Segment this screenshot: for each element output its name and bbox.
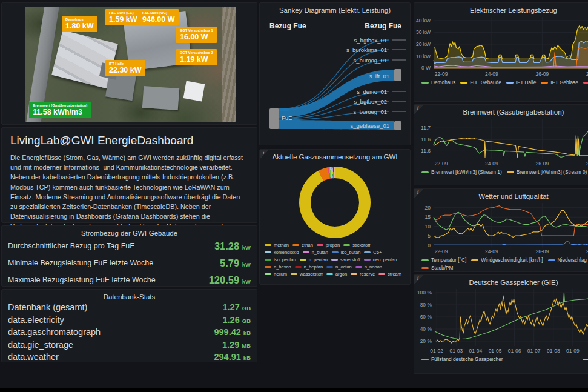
sankey-diagram[interactable]: Bezug Fue Bezug Fue s_bgtbox_01s_burokli… bbox=[260, 15, 410, 144]
overlay-label: BGT Versuchsbox 1 bbox=[180, 28, 213, 33]
legend-item[interactable]: n_butan bbox=[303, 250, 328, 255]
panel-info-icon[interactable]: i bbox=[414, 275, 424, 285]
legend-item[interactable]: n_heptan bbox=[295, 264, 323, 270]
row-value: 5.79 kW bbox=[220, 257, 251, 269]
legend-item[interactable]: propan bbox=[317, 242, 340, 248]
panel-info-icon[interactable]: i bbox=[414, 189, 424, 199]
legend-item[interactable]: argon bbox=[326, 271, 347, 277]
legend-item[interactable]: n_nonan bbox=[355, 264, 382, 270]
legend-item[interactable]: sauerstoff bbox=[331, 257, 360, 262]
legend-label: sauerstoff bbox=[340, 257, 360, 262]
panel-title[interactable]: Sankey Diagramm (Elektr. Leistung) bbox=[260, 3, 410, 15]
legend-item[interactable]: stream bbox=[378, 271, 401, 277]
legend-item[interactable]: n_pentan bbox=[300, 257, 328, 262]
datenbank-panel: Datenbank-Stats Datenbank (gesamt)1.27 G… bbox=[1, 289, 257, 362]
legend-item[interactable]: n_octan bbox=[326, 264, 352, 270]
time-series-chart[interactable]: 11.611.611.722-0924-0926-0928-09 bbox=[414, 116, 588, 167]
chart-plot-area[interactable]: 11.611.611.722-0924-0926-0928-09 bbox=[414, 116, 588, 167]
panel-info-icon[interactable]: i bbox=[260, 150, 269, 159]
donut-chart[interactable] bbox=[299, 167, 371, 238]
time-series-chart[interactable]: 0510152022-0924-0926-0928-09 bbox=[414, 201, 588, 255]
panel-info-icon[interactable]: i bbox=[414, 105, 424, 115]
legend-item[interactable]: helium bbox=[265, 271, 287, 277]
legend-item[interactable]: kohlendioxid bbox=[265, 250, 299, 255]
table-row: data.weather294.91 kB bbox=[2, 351, 257, 364]
legend-swatch-icon bbox=[506, 82, 514, 84]
legend-item[interactable]: iso_butan bbox=[332, 250, 361, 255]
legend-item[interactable]: n_hexan bbox=[265, 264, 291, 270]
svg-text:22-09: 22-09 bbox=[435, 161, 448, 167]
legend-item[interactable]: Windgeschwindigkeit [km/h] bbox=[471, 257, 543, 263]
legend-swatch-icon bbox=[471, 259, 478, 261]
row-unit: MB bbox=[242, 342, 251, 349]
grafana-dashboard: { "colors":{ "page_bg":"#131419","panel_… bbox=[0, 0, 588, 392]
time-series-chart[interactable]: 0 W10 kW20 kW30 kW40 kW22-0924-0926-0928… bbox=[414, 15, 588, 78]
legend-item[interactable]: methan bbox=[265, 242, 289, 248]
chart-legend: Temperatur [°C]Windgeschwindigkeit [km/h… bbox=[414, 255, 588, 271]
svg-text:01-07: 01-07 bbox=[527, 348, 541, 354]
legend-label: iso_butan bbox=[341, 250, 361, 255]
chart-legend: DemohausFuE GebäudeIFT HalleIFT GebläseB… bbox=[414, 78, 588, 85]
legend-item[interactable]: wasserstoff bbox=[291, 271, 323, 277]
legend-label: kohlendioxid bbox=[274, 250, 299, 255]
panel-title[interactable]: Datenbank-Stats bbox=[2, 290, 257, 301]
legend-item[interactable]: Demohaus bbox=[421, 79, 455, 85]
legend-item[interactable]: IFT Halle bbox=[506, 79, 537, 85]
legend-item[interactable]: FuE Gebäude bbox=[460, 79, 501, 85]
time-series-chart[interactable]: 20 %40 %60 %80 %100 %01-0201-0301-0401-0… bbox=[414, 287, 588, 354]
legend-item[interactable]: stickstoff bbox=[343, 242, 370, 248]
legend-item[interactable]: IFT Gebläse bbox=[541, 79, 578, 85]
row-value: 999.42 kB bbox=[214, 327, 251, 337]
photo-railway bbox=[222, 7, 236, 122]
chart-plot-area[interactable]: 0 W10 kW20 kW30 kW40 kW22-0924-0926-0928… bbox=[414, 15, 588, 78]
legend-item[interactable]: Füllstand deutsche Gasspeicher bbox=[421, 356, 578, 362]
svg-text:01-03: 01-03 bbox=[449, 348, 463, 354]
chart-plot-area[interactable]: 20 %40 %60 %80 %100 %01-0201-0301-0401-0… bbox=[414, 287, 588, 354]
legend-label: stickstoff bbox=[352, 242, 370, 248]
panel-title[interactable]: Elektrischer Leistungsbezug bbox=[414, 3, 588, 15]
panel-title[interactable]: Aktuelle Gaszusammensetzung am GWI bbox=[260, 150, 410, 161]
legend-item[interactable]: Temperatur [°C] bbox=[421, 257, 466, 263]
legend-label: wasserstoff bbox=[300, 271, 323, 277]
overlay-value: 1.19 kW bbox=[180, 55, 213, 64]
legend-item[interactable]: Brennwert [kWh/m3] (Stream 0) bbox=[507, 169, 587, 175]
photo-building bbox=[183, 81, 205, 102]
legend-swatch-icon bbox=[364, 259, 371, 261]
overlay-label: Brennwert (Gasübergabestation) bbox=[33, 103, 87, 108]
legend-item[interactable]: Niederschlag [mm] bbox=[548, 257, 588, 263]
row-label: Datenbank (gesamt) bbox=[8, 302, 87, 312]
row-label: data.gaschromatograph bbox=[8, 327, 101, 337]
donut-hole bbox=[311, 178, 359, 227]
svg-text:20 %: 20 % bbox=[420, 338, 432, 344]
row-label: data.gie_storage bbox=[8, 340, 73, 350]
legend-swatch-icon bbox=[548, 259, 555, 261]
legend-label: reserve bbox=[360, 271, 375, 277]
legend-item[interactable]: ethan bbox=[292, 242, 313, 248]
panel-title[interactable]: Wetter und Luftqualität bbox=[414, 189, 588, 201]
photo-building bbox=[142, 86, 180, 110]
dashboard-title: LivingLab@GWI EnergieDashboard bbox=[10, 134, 248, 147]
panel-title[interactable]: Strombezug der GWI-Gebäude bbox=[2, 226, 257, 238]
row-label: Minimale Bezugsleistung FuE letzte Woche bbox=[8, 259, 153, 267]
legend-label: Niederschlag [mm] bbox=[558, 257, 588, 263]
svg-text:01-09: 01-09 bbox=[566, 348, 580, 354]
legend-item[interactable]: BGT-Box 1 bbox=[583, 79, 588, 85]
panel-title[interactable]: Deutsche Gasspeicher (GIE) bbox=[414, 275, 588, 287]
svg-text:26-09: 26-09 bbox=[535, 248, 549, 254]
row-value: 1.27 GB bbox=[223, 302, 251, 312]
photo-overlay-orange: BGT Versuchsbox 116.00 W bbox=[176, 27, 217, 43]
legend-item[interactable]: Staub/PM bbox=[421, 265, 453, 271]
panel-title[interactable]: Brennwert (Gasübergabestation) bbox=[414, 105, 588, 116]
chart-plot-area[interactable]: 0510152022-0924-0926-0928-09 bbox=[414, 201, 588, 255]
legend-item[interactable]: C6+ bbox=[364, 250, 382, 255]
overlay-label: Demohaus bbox=[65, 17, 94, 22]
legend-item[interactable]: reserve bbox=[351, 271, 375, 277]
legend-swatch-icon bbox=[265, 273, 271, 275]
legend-item[interactable]: Brennwert [kWh/m3] (Stream 1) bbox=[421, 169, 502, 175]
legend-item[interactable]: iso_pentan bbox=[265, 257, 296, 262]
legend-item[interactable] bbox=[583, 359, 588, 360]
legend-item[interactable]: neo_pentan bbox=[364, 257, 397, 262]
row-label: data.electricity bbox=[8, 315, 64, 325]
legend-swatch-icon bbox=[421, 267, 429, 269]
legend-swatch-icon bbox=[326, 273, 333, 275]
